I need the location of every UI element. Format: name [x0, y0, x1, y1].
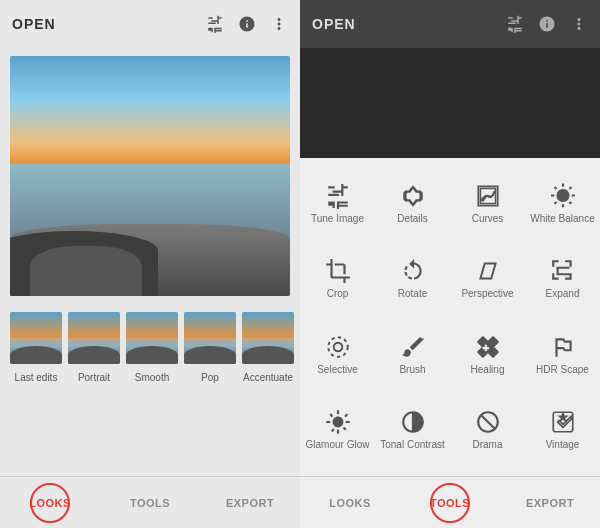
- svg-point-0: [333, 342, 342, 351]
- left-top-bar-right: [206, 15, 288, 33]
- tool-glamour-glow[interactable]: Glamour Glow: [300, 393, 375, 469]
- brush-icon: [400, 334, 426, 360]
- left-export-label: EXPORT: [226, 497, 274, 509]
- label-portrait: Portrait: [68, 372, 120, 383]
- left-tab-looks[interactable]: LOOKS: [0, 477, 100, 528]
- left-tune-icon[interactable]: [206, 15, 224, 33]
- tonal-contrast-icon: [400, 409, 426, 435]
- perspective-label: Perspective: [461, 288, 513, 300]
- right-panel: OPEN: [300, 0, 600, 528]
- details-icon: [400, 183, 426, 209]
- drama-label: Drama: [472, 439, 502, 451]
- label-accentuate: Accentuate: [242, 372, 294, 383]
- left-top-bar: OPEN: [0, 0, 300, 48]
- right-looks-label: LOOKS: [329, 497, 371, 509]
- hdr-scape-label: HDR Scape: [536, 364, 589, 376]
- right-tools-label: TOOLS: [430, 497, 470, 509]
- brush-label: Brush: [399, 364, 425, 376]
- tonal-contrast-label: Tonal Contrast: [380, 439, 444, 451]
- label-pop: Pop: [184, 372, 236, 383]
- curves-label: Curves: [472, 213, 504, 225]
- tool-selective[interactable]: Selective: [300, 317, 375, 393]
- selective-icon: [325, 334, 351, 360]
- hdr-scape-icon: [550, 334, 576, 360]
- thumbnail-accentuate[interactable]: [242, 312, 294, 364]
- right-tab-looks[interactable]: LOOKS: [300, 477, 400, 528]
- tool-details[interactable]: Details: [375, 166, 450, 242]
- tools-grid: Tune Image Details Curves: [300, 158, 600, 476]
- expand-label: Expand: [546, 288, 580, 300]
- tool-tune-image[interactable]: Tune Image: [300, 166, 375, 242]
- details-label: Details: [397, 213, 428, 225]
- healing-icon: [475, 334, 501, 360]
- tool-healing[interactable]: Healing: [450, 317, 525, 393]
- selective-label: Selective: [317, 364, 358, 376]
- label-last-edits: Last edits: [10, 372, 62, 383]
- thumbnail-pop[interactable]: [184, 312, 236, 364]
- rotate-icon: [400, 258, 426, 284]
- right-tune-icon[interactable]: [506, 15, 524, 33]
- tool-perspective[interactable]: Perspective: [450, 242, 525, 318]
- tune-image-icon: [325, 183, 351, 209]
- left-tab-export[interactable]: EXPORT: [200, 477, 300, 528]
- left-open-label: OPEN: [12, 16, 56, 32]
- right-open-label: OPEN: [312, 16, 356, 32]
- tool-brush[interactable]: Brush: [375, 317, 450, 393]
- left-more-icon[interactable]: [270, 15, 288, 33]
- tool-vintage[interactable]: Vintage: [525, 393, 600, 469]
- thumbnail-smooth[interactable]: [126, 312, 178, 364]
- left-tab-tools[interactable]: TOOLS: [100, 477, 200, 528]
- glamour-glow-label: Glamour Glow: [306, 439, 370, 451]
- right-tab-tools[interactable]: TOOLS: [400, 477, 500, 528]
- thumbnails-row: [0, 304, 300, 372]
- tool-hdr-scape[interactable]: HDR Scape: [525, 317, 600, 393]
- expand-icon: [550, 258, 576, 284]
- perspective-icon: [475, 258, 501, 284]
- crop-icon: [325, 258, 351, 284]
- left-looks-circle: LOOKS: [30, 483, 70, 523]
- left-looks-label: LOOKS: [29, 497, 71, 509]
- tool-expand[interactable]: Expand: [525, 242, 600, 318]
- thumbnail-labels: Last edits Portrait Smooth Pop Accentuat…: [0, 372, 300, 389]
- curves-icon: [475, 183, 501, 209]
- tool-crop[interactable]: Crop: [300, 242, 375, 318]
- label-smooth: Smooth: [126, 372, 178, 383]
- right-bottom-tabs: LOOKS TOOLS EXPORT: [300, 476, 600, 528]
- thumbnail-portrait[interactable]: [68, 312, 120, 364]
- tool-curves[interactable]: Curves: [450, 166, 525, 242]
- healing-label: Healing: [471, 364, 505, 376]
- left-info-icon[interactable]: [238, 15, 256, 33]
- left-bottom-tabs: LOOKS TOOLS EXPORT: [0, 476, 300, 528]
- tool-tonal-contrast[interactable]: Tonal Contrast: [375, 393, 450, 469]
- drama-icon: [475, 409, 501, 435]
- white-balance-label: White Balance: [530, 213, 594, 225]
- right-export-label: EXPORT: [526, 497, 574, 509]
- tool-white-balance[interactable]: White Balance: [525, 166, 600, 242]
- right-tab-export[interactable]: EXPORT: [500, 477, 600, 528]
- svg-point-1: [328, 337, 348, 357]
- white-balance-icon: [550, 183, 576, 209]
- crop-label: Crop: [327, 288, 349, 300]
- thumbnail-last-edits[interactable]: [10, 312, 62, 364]
- right-image-area: [300, 48, 600, 158]
- left-image-preview: [10, 56, 290, 296]
- left-tools-label: TOOLS: [130, 497, 170, 509]
- vintage-label: Vintage: [546, 439, 580, 451]
- right-info-icon[interactable]: [538, 15, 556, 33]
- rotate-label: Rotate: [398, 288, 427, 300]
- tool-drama[interactable]: Drama: [450, 393, 525, 469]
- vintage-icon: [550, 409, 576, 435]
- right-tools-circle: TOOLS: [430, 483, 470, 523]
- left-panel: OPEN: [0, 0, 300, 528]
- glamour-glow-icon: [325, 409, 351, 435]
- tune-image-label: Tune Image: [311, 213, 364, 225]
- tool-rotate[interactable]: Rotate: [375, 242, 450, 318]
- right-more-icon[interactable]: [570, 15, 588, 33]
- right-top-bar: OPEN: [300, 0, 600, 48]
